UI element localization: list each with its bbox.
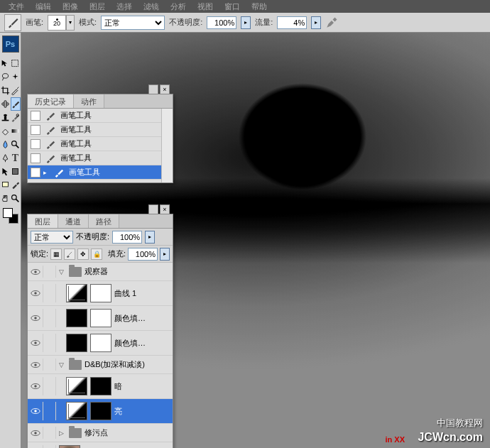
tool-preset-button[interactable] — [4, 14, 21, 31]
brush-dropdown-button[interactable]: ▾ — [66, 15, 75, 31]
marquee-tool[interactable] — [11, 57, 21, 70]
pen-tool[interactable] — [1, 151, 11, 165]
layer-blend-select[interactable]: 正常 — [31, 231, 73, 244]
history-item[interactable]: 画笔工具 — [28, 123, 173, 137]
hand-tool[interactable] — [1, 192, 11, 205]
menu-file[interactable]: 文件 — [3, 0, 30, 13]
history-brush-tool[interactable] — [11, 111, 21, 124]
type-tool[interactable]: T — [11, 151, 21, 165]
stamp-tool[interactable] — [1, 111, 11, 124]
svg-point-20 — [34, 342, 37, 344]
history-list: 画笔工具 画笔工具 画笔工具 画笔工具 ▸画笔工具 — [28, 109, 173, 182]
layer-row[interactable]: 颜色填… — [28, 331, 173, 356]
svg-rect-0 — [12, 60, 18, 67]
menu-window[interactable]: 窗口 — [219, 0, 246, 13]
layer-row[interactable]: 背景🔒 — [28, 442, 173, 448]
lock-transparency-icon[interactable]: ▦ — [50, 248, 62, 260]
flow-arrow-button[interactable]: ▸ — [311, 16, 321, 29]
visibility-icon[interactable] — [31, 408, 40, 415]
foreground-color-swatch[interactable] — [3, 208, 13, 218]
visibility-icon[interactable] — [31, 315, 40, 322]
layer-group[interactable]: ▽D&B(加深和减淡) — [28, 356, 173, 374]
panel-menu-button[interactable] — [148, 204, 158, 214]
panel-menu-button[interactable] — [148, 84, 158, 94]
visibility-icon[interactable] — [31, 290, 40, 297]
history-item[interactable]: ▸画笔工具 — [28, 165, 173, 180]
lock-all-icon[interactable]: 🔒 — [91, 248, 102, 260]
panel-close-button[interactable]: × — [160, 204, 170, 214]
opacity-input[interactable] — [207, 16, 236, 29]
panel-close-button[interactable]: × — [160, 84, 170, 94]
opacity-arrow-button[interactable]: ▸ — [241, 16, 251, 29]
slice-tool[interactable] — [11, 84, 21, 97]
lock-position-icon[interactable]: ✥ — [77, 248, 89, 260]
menu-layer[interactable]: 图层 — [84, 0, 111, 13]
eraser-tool[interactable] — [1, 124, 11, 138]
menu-edit[interactable]: 编辑 — [30, 0, 57, 13]
layer-opacity-label: 不透明度: — [76, 231, 109, 242]
lasso-tool[interactable] — [1, 70, 11, 84]
color-swatches[interactable] — [3, 208, 18, 224]
blend-mode-select[interactable]: 正常 — [101, 16, 165, 30]
visibility-icon[interactable] — [31, 383, 40, 390]
lock-pixels-icon[interactable] — [64, 248, 75, 260]
menu-select[interactable]: 选择 — [111, 0, 138, 13]
notes-tool[interactable] — [1, 178, 11, 192]
brush-tool[interactable] — [11, 97, 21, 111]
move-tool[interactable] — [1, 57, 11, 70]
layer-group[interactable]: ▷修污点 — [28, 424, 173, 442]
path-select-tool[interactable] — [1, 165, 11, 178]
zoom-tool[interactable] — [11, 192, 21, 205]
eyedropper-tool[interactable] — [11, 178, 21, 192]
fill-label: 填充: — [108, 248, 126, 259]
history-scrollbar[interactable] — [161, 109, 173, 182]
svg-point-22 — [34, 364, 37, 366]
crop-tool[interactable] — [1, 84, 11, 97]
mask-thumb — [90, 377, 111, 395]
tab-actions[interactable]: 动作 — [74, 94, 104, 108]
fill-input[interactable] — [128, 248, 158, 261]
visibility-icon[interactable] — [31, 268, 40, 275]
brush-preview[interactable]: 20 — [48, 15, 66, 31]
layer-opacity-input[interactable] — [112, 231, 142, 244]
menu-filter[interactable]: 滤镜 — [138, 0, 165, 13]
layer-row[interactable]: 暗 — [28, 374, 173, 399]
gradient-tool[interactable] — [11, 124, 21, 138]
svg-point-14 — [34, 271, 37, 273]
menu-view[interactable]: 视图 — [192, 0, 219, 13]
svg-point-1 — [2, 74, 8, 79]
flow-input[interactable] — [277, 16, 307, 29]
fill-thumb — [66, 309, 87, 327]
svg-rect-11 — [2, 182, 8, 187]
visibility-icon[interactable] — [31, 430, 40, 437]
tab-channels[interactable]: 通道 — [58, 214, 89, 228]
tab-layers[interactable]: 图层 — [28, 214, 58, 228]
svg-rect-10 — [12, 168, 18, 174]
ps-logo: Ps — [2, 35, 19, 53]
layer-row[interactable]: 亮 — [28, 399, 173, 424]
history-item[interactable]: 画笔工具 — [28, 109, 173, 123]
layer-row[interactable]: 颜色填… — [28, 306, 173, 331]
history-item[interactable]: 画笔工具 — [28, 151, 173, 165]
visibility-icon[interactable] — [31, 339, 40, 346]
tab-paths[interactable]: 路径 — [89, 214, 119, 228]
blur-tool[interactable] — [1, 138, 11, 151]
toolbox: Ps T — [0, 33, 21, 448]
svg-point-18 — [34, 317, 37, 319]
menu-help[interactable]: 帮助 — [246, 0, 273, 13]
tab-history[interactable]: 历史记录 — [28, 94, 74, 108]
visibility-icon[interactable] — [31, 361, 40, 368]
airbrush-icon[interactable] — [325, 16, 338, 29]
wand-tool[interactable] — [11, 70, 21, 84]
menu-image[interactable]: 图像 — [57, 0, 84, 13]
menu-analysis[interactable]: 分析 — [165, 0, 192, 13]
shape-tool[interactable] — [11, 165, 21, 178]
lock-label: 锁定: — [31, 248, 48, 259]
opacity-arrow-button[interactable]: ▸ — [145, 231, 155, 244]
layer-group[interactable]: ▽观察器 — [28, 263, 173, 281]
fill-arrow-button[interactable]: ▸ — [160, 248, 170, 261]
history-item[interactable]: 画笔工具 — [28, 137, 173, 151]
layer-row[interactable]: 曲线 1 — [28, 281, 173, 306]
dodge-tool[interactable] — [11, 138, 21, 151]
heal-tool[interactable] — [1, 97, 11, 111]
